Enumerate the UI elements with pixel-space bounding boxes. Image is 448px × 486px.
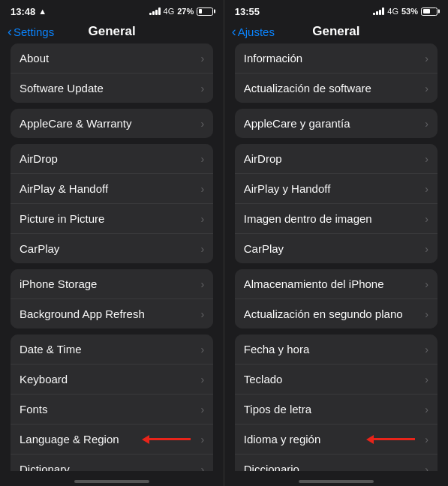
chevron-right-icon: › (201, 243, 205, 255)
red-arrow-annotation (366, 435, 415, 444)
chevron-right-icon: › (201, 213, 205, 225)
list-item[interactable]: Idioma y región› (235, 424, 437, 454)
settings-content: Información›Actualización de software›Ap… (224, 44, 448, 471)
chevron-right-icon: › (425, 82, 428, 94)
chevron-right-icon: › (425, 243, 428, 255)
chevron-right-icon: › (201, 434, 205, 446)
section-group-2: AirDrop›AirPlay & Handoff›Picture in Pic… (11, 144, 213, 263)
list-item-label: Idioma y región (244, 433, 321, 446)
list-item[interactable]: CarPlay› (11, 234, 213, 263)
battery-icon (197, 8, 213, 16)
list-item-label: AirPlay y Handoff (244, 182, 331, 195)
list-item-label: Teclado (244, 373, 283, 386)
nav-bar: ‹AjustesGeneral (224, 21, 448, 44)
chevron-right-icon: › (425, 153, 428, 165)
status-bar: 13:48▲4G27% (0, 0, 224, 21)
chevron-right-icon: › (425, 374, 428, 386)
section-group-2: AirDrop›AirPlay y Handoff›Imagen dentro … (235, 144, 437, 263)
chevron-right-icon: › (425, 464, 428, 472)
list-item[interactable]: AppleCare & Warranty› (11, 109, 213, 138)
list-item[interactable]: Diccionario› (235, 454, 437, 471)
list-item[interactable]: Dictionary› (11, 454, 213, 471)
list-item[interactable]: Date & Time› (11, 334, 213, 364)
section-group-0: About›Software Update› (11, 44, 213, 103)
list-item-label: Actualización en segundo plano (244, 308, 403, 320)
home-bar (299, 480, 374, 483)
list-item[interactable]: Actualización de software› (235, 74, 437, 103)
list-item-label: About (20, 52, 49, 64)
section-group-0: Información›Actualización de software› (235, 44, 437, 103)
list-item[interactable]: Fonts› (11, 394, 213, 424)
phone-panel-english: 13:48▲4G27%‹SettingsGeneralAbout›Softwar… (0, 0, 224, 486)
list-item-label: CarPlay (20, 242, 59, 255)
list-item-label: Fecha y hora (244, 343, 310, 356)
list-item-label: AppleCare & Warranty (20, 117, 132, 130)
arrow-head-icon (366, 435, 374, 444)
list-item-label: AirDrop (20, 152, 58, 165)
list-item[interactable]: Fecha y hora› (235, 334, 437, 364)
list-item-label: iPhone Storage (20, 278, 97, 290)
list-item[interactable]: AirDrop› (235, 144, 437, 174)
chevron-right-icon: › (201, 118, 205, 130)
page-title: General (88, 24, 135, 39)
section-group-3: Almacenamiento del iPhone›Actualización … (235, 269, 437, 328)
list-item[interactable]: Background App Refresh› (11, 299, 213, 328)
list-item[interactable]: AirDrop› (11, 144, 213, 174)
chevron-right-icon: › (425, 213, 428, 225)
chevron-right-icon: › (201, 278, 205, 290)
list-item[interactable]: Imagen dentro de imagen› (235, 204, 437, 234)
status-time: 13:55 (235, 6, 260, 17)
list-item[interactable]: Language & Region› (11, 424, 213, 454)
list-item-label: CarPlay (244, 242, 284, 255)
list-item[interactable]: Actualización en segundo plano› (235, 299, 437, 328)
list-item[interactable]: CarPlay› (235, 234, 437, 263)
list-item-label: Imagen dentro de imagen (244, 212, 372, 225)
phone-panel-spanish: 13:554G53%‹AjustesGeneralInformación›Act… (224, 0, 448, 486)
chevron-left-icon: ‹ (232, 24, 236, 40)
list-item[interactable]: AirPlay & Handoff› (11, 174, 213, 204)
list-item-label: Language & Region (20, 433, 119, 446)
arrow-shaft-icon (149, 438, 191, 440)
list-item[interactable]: AppleCare y garantía› (235, 109, 437, 138)
list-item-label: Background App Refresh (20, 308, 145, 320)
back-label: Settings (14, 26, 54, 38)
signal-icon (373, 8, 384, 15)
list-item[interactable]: AirPlay y Handoff› (235, 174, 437, 204)
chevron-right-icon: › (425, 404, 428, 416)
list-item[interactable]: Información› (235, 44, 437, 74)
list-item-label: Keyboard (20, 373, 68, 386)
home-bar (74, 480, 149, 483)
back-button[interactable]: ‹Ajustes (232, 24, 275, 40)
list-item-label: Almacenamiento del iPhone (244, 278, 384, 290)
list-item[interactable]: About› (11, 44, 213, 74)
chevron-right-icon: › (201, 52, 205, 64)
page-title: General (312, 24, 359, 39)
battery-icon (421, 8, 437, 16)
list-item-label: Fonts (20, 403, 48, 416)
list-item-label: AppleCare y garantía (244, 117, 350, 130)
chevron-right-icon: › (201, 464, 205, 472)
list-item-label: Software Update (20, 82, 104, 94)
list-item-label: AirDrop (244, 152, 282, 165)
chevron-right-icon: › (201, 183, 205, 195)
list-item[interactable]: Software Update› (11, 74, 213, 103)
section-group-1: AppleCare y garantía› (235, 109, 437, 138)
status-bar: 13:554G53% (224, 0, 448, 21)
home-indicator (224, 471, 448, 486)
chevron-right-icon: › (201, 344, 205, 356)
list-item[interactable]: Tipos de letra› (235, 394, 437, 424)
section-group-4: Fecha y hora›Teclado›Tipos de letra›Idio… (235, 334, 437, 471)
list-item[interactable]: Teclado› (235, 364, 437, 394)
list-item[interactable]: Picture in Picture› (11, 204, 213, 234)
battery-percent: 27% (177, 7, 194, 16)
back-button[interactable]: ‹Settings (8, 24, 54, 40)
list-item[interactable]: iPhone Storage› (11, 269, 213, 299)
chevron-right-icon: › (425, 434, 428, 446)
battery-percent: 53% (401, 7, 418, 16)
arrow-shaft-icon (374, 438, 415, 440)
chevron-right-icon: › (425, 52, 428, 64)
list-item[interactable]: Keyboard› (11, 364, 213, 394)
list-item[interactable]: Almacenamiento del iPhone› (235, 269, 437, 299)
network-type: 4G (164, 7, 175, 16)
chevron-right-icon: › (425, 118, 428, 130)
